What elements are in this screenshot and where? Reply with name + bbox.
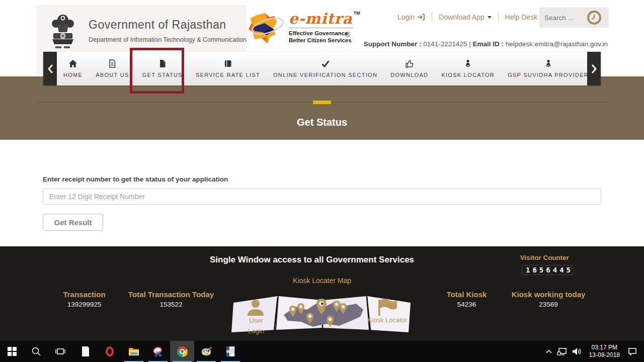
search-input[interactable] <box>539 14 586 22</box>
support-email: helpdesk.emitra@rajasthan.gov.in <box>506 40 608 48</box>
person-pin-icon <box>464 59 472 68</box>
trademark-symbol: TM <box>354 11 360 16</box>
stat-kiosk-working-today: Kiosk working today 23569 <box>503 290 594 308</box>
taskbar-clock[interactable]: 03:17 PM 13-08-2018 <box>589 344 620 359</box>
header-links: Login Download App Help Desk <box>397 12 544 22</box>
notepad-icon[interactable] <box>73 341 98 362</box>
system-tray: 03:17 PM 13-08-2018 <box>545 341 644 362</box>
nav-item-home[interactable]: HOME <box>57 52 89 85</box>
gov-title: Government of Rajasthan <box>89 18 226 32</box>
banner-gold-accent <box>313 101 331 104</box>
nav-item-get-status[interactable]: GET STATUS <box>136 52 189 85</box>
word-icon[interactable]: W <box>218 341 243 362</box>
caret-down-icon <box>488 16 492 19</box>
page-title: Get Status <box>0 117 644 128</box>
page: Government of Rajasthan Department of In… <box>0 0 644 362</box>
help-desk-link[interactable]: Help Desk <box>505 13 545 21</box>
nav-item-download[interactable]: DOWNLOAD <box>384 52 435 85</box>
document-icon <box>108 59 116 68</box>
page-banner: Get Status <box>0 76 644 140</box>
rajasthan-emblem-icon <box>47 10 78 54</box>
nav-scroll-right-button[interactable] <box>587 52 601 85</box>
footer: Single Window access to all Government S… <box>0 246 644 341</box>
receipt-number-input[interactable] <box>43 189 601 205</box>
registered-symbol: ® <box>345 30 350 39</box>
kiosk-locator-link[interactable]: Kiosk Locator <box>362 316 413 324</box>
paint-palette-icon <box>201 346 212 356</box>
tray-chevron-up-icon[interactable] <box>545 349 552 354</box>
nav-item-kiosk-locator[interactable]: KIOSK LOCATOR <box>435 52 501 85</box>
link-separator <box>498 12 499 22</box>
opera-icon[interactable] <box>98 341 122 362</box>
main-navigation: HOME ABOUT US GET STATUS SERVICE RATE LI… <box>43 52 601 85</box>
windows-taskbar: W 03:17 PM 13-08-2018 <box>0 341 644 362</box>
taskbar-date: 13-08-2018 <box>589 351 620 359</box>
search-icon <box>31 346 41 356</box>
word-document-icon: W <box>226 346 235 356</box>
home-icon <box>68 59 77 68</box>
opera-icon <box>106 346 114 356</box>
chevron-left-icon <box>47 64 53 74</box>
support-line: Support Number : 0141-2221425 | Email ID… <box>364 40 608 48</box>
nav-items: HOME ABOUT US GET STATUS SERVICE RATE LI… <box>57 52 587 85</box>
email-label: Email ID : <box>472 40 504 48</box>
windows-logo-icon <box>8 347 17 356</box>
stat-total-transaction-today: Total Transaction Today 153522 <box>121 290 221 308</box>
stat-total-kiosk: Total Kiosk 54236 <box>430 290 503 308</box>
chrome-icon <box>177 346 188 357</box>
notepad-icon <box>82 346 90 356</box>
sign-in-icon <box>417 14 425 21</box>
book-icon <box>223 59 232 68</box>
nav-scroll-left-button[interactable] <box>43 52 57 85</box>
link-separator <box>432 12 432 22</box>
emitra-tagline-1: Effective Governance <box>289 30 363 37</box>
support-number: 0141-2221425 <box>423 40 467 48</box>
visitor-counter-label: Visitor Counter <box>511 254 579 261</box>
gov-subtitle: Department of Information Technology & C… <box>89 36 247 43</box>
thumbs-up-icon <box>405 59 414 68</box>
support-number-label: Support Number : <box>364 40 422 48</box>
nav-item-service-rate-list[interactable]: SERVICE RATE LIST <box>189 52 267 85</box>
action-center-icon[interactable] <box>628 347 637 355</box>
person-pin-icon <box>544 59 552 68</box>
search-box <box>539 8 609 28</box>
task-view-button[interactable] <box>48 341 72 362</box>
nav-item-online-verification-section[interactable]: ONLINE VERIFICATION SECTION <box>267 52 384 85</box>
network-icon[interactable] <box>557 347 567 355</box>
nav-item-gsp-suvidha-provider[interactable]: GSP SUVIDHA PROVIDER <box>501 52 587 85</box>
chrome-icon[interactable] <box>170 341 194 362</box>
emitra-tagline-2: Better Citizen Services <box>289 37 363 44</box>
login-link[interactable]: Login <box>397 13 425 21</box>
emitra-logo[interactable]: e-mitraTM Effective Governance Better Ci… <box>248 10 363 46</box>
snipping-tool-icon <box>152 346 164 356</box>
download-app-link[interactable]: Download App <box>439 13 491 21</box>
taskbar-time: 03:17 PM <box>589 344 620 351</box>
start-button[interactable] <box>0 341 24 362</box>
file-explorer-icon[interactable] <box>122 341 146 362</box>
emitra-divider <box>289 28 353 28</box>
file-icon <box>158 59 167 68</box>
svg-text:W: W <box>226 349 230 354</box>
paint-icon[interactable] <box>194 341 218 362</box>
emitra-wordmark: e-mitra <box>289 10 353 27</box>
chevron-right-icon <box>591 64 597 74</box>
clock-search-button[interactable] <box>587 10 602 25</box>
receipt-form-label: Enter receipt number to get the status o… <box>43 175 228 183</box>
kiosk-locater-map-link[interactable]: Kiosk Locater Map <box>0 277 644 285</box>
taskbar-search-button[interactable] <box>24 341 48 362</box>
stat-transaction: Transaction 139299925 <box>48 290 121 308</box>
emitra-logo-graphic <box>248 12 288 44</box>
task-view-icon <box>55 347 66 355</box>
volume-icon[interactable] <box>572 347 582 355</box>
check-icon <box>321 59 330 68</box>
nav-item-about-us[interactable]: ABOUT US <box>89 52 135 85</box>
snipping-tool-icon[interactable] <box>146 341 170 362</box>
visitor-counter-value: 1656445 <box>522 265 573 275</box>
user-login-link[interactable]: User Login <box>242 315 271 336</box>
folder-icon <box>128 347 139 356</box>
get-result-button[interactable]: Get Result <box>43 214 103 231</box>
